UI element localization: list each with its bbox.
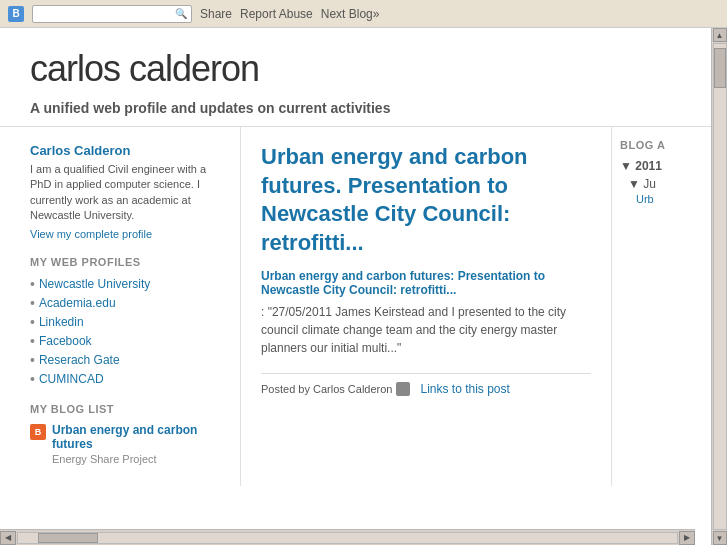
- bottom-scrollbar[interactable]: ◀ ▶: [0, 529, 695, 545]
- archive-year[interactable]: ▼ 2011: [620, 159, 703, 173]
- post-footer: Posted by Carlos Calderon Links to this …: [261, 373, 591, 396]
- blog-title: carlos calderon: [30, 48, 681, 90]
- links-to-post[interactable]: Links to this post: [420, 382, 509, 396]
- share-link[interactable]: Share: [200, 7, 232, 21]
- post-author: Posted by Carlos Calderon: [261, 382, 410, 396]
- list-item[interactable]: Reserach Gate: [30, 352, 210, 368]
- main-layout: Carlos Calderon I am a qualified Civil e…: [0, 127, 711, 486]
- list-item[interactable]: Academia.edu: [30, 295, 210, 311]
- list-item[interactable]: Linkedin: [30, 314, 210, 330]
- blog-header: carlos calderon A unified web profile an…: [0, 28, 711, 127]
- archive-month[interactable]: ▼ Ju: [628, 177, 703, 191]
- main-wrapper: carlos calderon A unified web profile an…: [0, 28, 727, 545]
- scroll-thumb[interactable]: [38, 533, 98, 543]
- view-profile-link[interactable]: View my complete profile: [30, 228, 210, 240]
- scroll-right-button[interactable]: ▶: [679, 531, 695, 545]
- blog-icon: B: [30, 424, 46, 440]
- report-abuse-link[interactable]: Report Abuse: [240, 7, 313, 21]
- post-title[interactable]: Urban energy and carbon futures. Present…: [261, 143, 591, 257]
- blog-list-info: Urban energy and carbon futures Energy S…: [52, 423, 210, 466]
- list-item[interactable]: CUMINCAD: [30, 371, 210, 387]
- posted-by-label: Posted by Carlos Calderon: [261, 383, 392, 395]
- list-item[interactable]: Facebook: [30, 333, 210, 349]
- archive-link[interactable]: Urb: [636, 193, 703, 205]
- web-profiles-section: MY WEB PROFILES Newcastle University Aca…: [30, 256, 210, 387]
- blog-archive: BLOG A ▼ 2011 ▼ Ju Urb: [611, 127, 711, 486]
- profile-name[interactable]: Carlos Calderon: [30, 143, 210, 158]
- blog-list-sub: Energy Share Project: [52, 453, 157, 465]
- blog-list-name[interactable]: Urban energy and carbon futures: [52, 423, 210, 451]
- scroll-track-vertical[interactable]: [713, 43, 727, 530]
- web-profiles-header: MY WEB PROFILES: [30, 256, 210, 268]
- archive-header: BLOG A: [620, 139, 703, 151]
- browser-bar: B 🔍 Share Report Abuse Next Blog»: [0, 0, 727, 28]
- post-area: Urban energy and carbon futures. Present…: [240, 127, 611, 486]
- address-bar[interactable]: 🔍: [32, 5, 192, 23]
- sidebar: Carlos Calderon I am a qualified Civil e…: [0, 127, 240, 486]
- page-content: carlos calderon A unified web profile an…: [0, 28, 711, 545]
- scroll-track[interactable]: [17, 532, 678, 544]
- list-item[interactable]: Newcastle University: [30, 276, 210, 292]
- scroll-thumb-vertical[interactable]: [714, 48, 726, 88]
- right-scrollbar[interactable]: ▲ ▼: [711, 28, 727, 545]
- blog-list-item: B Urban energy and carbon futures Energy…: [30, 423, 210, 466]
- scroll-up-button[interactable]: ▲: [713, 28, 727, 42]
- scroll-left-button[interactable]: ◀: [0, 531, 16, 545]
- post-body: : "27/05/2011 James Keirstead and I pres…: [261, 303, 591, 357]
- post-summary-title[interactable]: Urban energy and carbon futures: Present…: [261, 269, 591, 297]
- nav-links: Share Report Abuse Next Blog»: [200, 7, 379, 21]
- scroll-down-button[interactable]: ▼: [713, 531, 727, 545]
- blog-list-section: MY BLOG LIST B Urban energy and carbon f…: [30, 403, 210, 466]
- blog-subtitle: A unified web profile and updates on cur…: [30, 100, 681, 116]
- search-icon: 🔍: [175, 8, 187, 19]
- profile-section: Carlos Calderon I am a qualified Civil e…: [30, 143, 210, 240]
- blog-list-header: MY BLOG LIST: [30, 403, 210, 415]
- profile-description: I am a qualified Civil engineer with a P…: [30, 162, 210, 224]
- next-blog-link[interactable]: Next Blog»: [321, 7, 380, 21]
- web-profiles-list: Newcastle University Academia.edu Linked…: [30, 276, 210, 387]
- browser-icon: B: [8, 6, 24, 22]
- author-icon: [396, 382, 410, 396]
